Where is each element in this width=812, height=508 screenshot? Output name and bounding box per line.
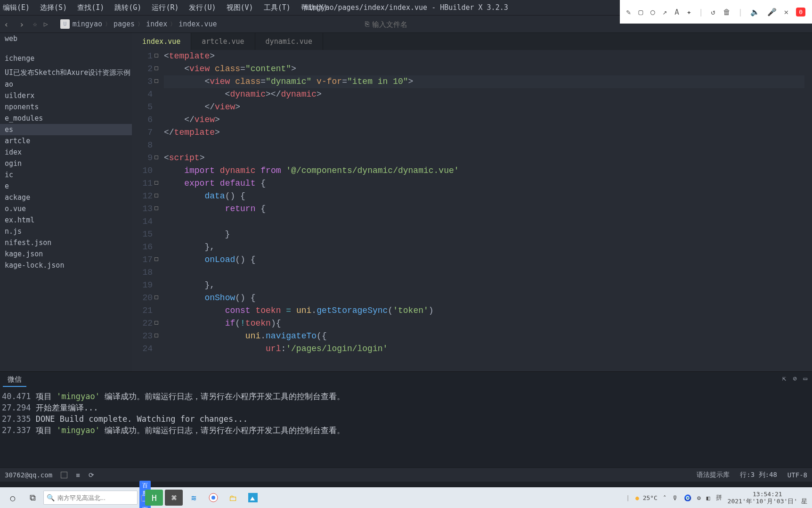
breadcrumb-segment[interactable]: mingyao bbox=[73, 20, 102, 28]
code-line[interactable]: const toekn = uni.getStorageSync('token'… bbox=[164, 304, 804, 317]
chevron-up-icon[interactable]: ˄ bbox=[663, 494, 666, 501]
editor-tab[interactable]: artcle.vue bbox=[191, 33, 255, 50]
code-line[interactable] bbox=[164, 215, 804, 228]
file-search[interactable]: ⎘ bbox=[365, 20, 438, 28]
sidebar-item[interactable]: artcle bbox=[0, 135, 132, 147]
task-view-icon[interactable]: ⧉ bbox=[24, 490, 41, 506]
circle-icon[interactable]: ◯ bbox=[650, 8, 655, 16]
sidebar-item[interactable]: web bbox=[0, 33, 132, 44]
explorer-app-icon[interactable]: 🗀 bbox=[224, 490, 242, 506]
file-search-input[interactable] bbox=[372, 20, 438, 28]
code-line[interactable]: <view class="content"> bbox=[164, 63, 804, 75]
sidebar-item[interactable]: ic bbox=[0, 169, 132, 180]
cortana-icon[interactable]: ○ bbox=[4, 490, 22, 506]
code-line[interactable]: }, bbox=[164, 279, 804, 292]
play-icon[interactable]: ▷ bbox=[44, 20, 48, 28]
editor-tab[interactable]: dynamic.vue bbox=[255, 33, 323, 50]
menu-item[interactable]: 视图(V) bbox=[227, 3, 253, 12]
weather-widget[interactable]: ● 25°C bbox=[635, 494, 658, 501]
sidebar-item[interactable]: o.vue bbox=[0, 203, 132, 214]
code-line[interactable]: <template> bbox=[164, 50, 804, 63]
sidebar-item[interactable]: n.js bbox=[0, 226, 132, 237]
code-line[interactable]: url:'/pages/login/login' bbox=[164, 343, 804, 355]
sidebar-item[interactable]: ackage bbox=[0, 192, 132, 203]
code-line[interactable]: if(!toekn){ bbox=[164, 317, 804, 330]
vscode-app-icon[interactable]: ≋ bbox=[185, 490, 203, 506]
sidebar-item[interactable]: ichenge bbox=[0, 53, 132, 64]
text-icon[interactable]: A bbox=[674, 8, 679, 16]
clear-icon[interactable]: ⊘ bbox=[793, 375, 796, 382]
sidebar-item[interactable]: ogin bbox=[0, 158, 132, 169]
close-icon[interactable]: ✕ bbox=[784, 8, 789, 16]
speaker-icon[interactable]: 🔈 bbox=[750, 8, 760, 16]
code-editor[interactable]: 123456789101112131415161718192021222324 … bbox=[132, 50, 812, 371]
tray-app-icon[interactable]: ◧ bbox=[706, 494, 710, 501]
status-icon[interactable]: ⟳ bbox=[89, 471, 94, 479]
square-icon[interactable]: ▢ bbox=[638, 8, 643, 16]
record-badge[interactable]: 0 bbox=[796, 8, 805, 16]
sidebar-item[interactable]: es bbox=[0, 124, 132, 135]
sparkle-icon[interactable]: ✦ bbox=[687, 8, 691, 16]
taskbar-search[interactable]: 🔍 百度一下 bbox=[43, 491, 138, 505]
chrome-app-icon[interactable] bbox=[204, 490, 222, 506]
menu-item[interactable]: 选择(S) bbox=[40, 3, 67, 12]
tray-mic-icon[interactable]: 🎙 bbox=[672, 494, 678, 501]
sidebar-item[interactable]: UI已发布Sketch和Axure设计资源示例 bbox=[0, 67, 132, 79]
undo-icon[interactable]: ↺ bbox=[711, 8, 715, 16]
sidebar-item[interactable]: e_modules bbox=[0, 113, 132, 124]
code-line[interactable]: import dynamic from '@/components/dynami… bbox=[164, 164, 804, 177]
code-line[interactable]: onLoad() { bbox=[164, 254, 804, 266]
arrow-icon[interactable]: ↗ bbox=[663, 8, 667, 16]
breadcrumb-segment[interactable]: index.vue bbox=[179, 20, 217, 28]
photos-app-icon[interactable] bbox=[244, 490, 262, 506]
collapse-icon[interactable]: ▭ bbox=[804, 375, 807, 382]
menu-item[interactable]: 查找(I) bbox=[77, 3, 104, 12]
code-line[interactable]: <dynamic></dynamic> bbox=[164, 88, 804, 101]
forward-icon[interactable]: › bbox=[17, 19, 26, 29]
code-line[interactable]: onShow() { bbox=[164, 292, 804, 304]
sidebar-item[interactable]: kage-lock.json bbox=[0, 260, 132, 271]
code-line[interactable] bbox=[164, 266, 804, 279]
sidebar-item[interactable]: ao bbox=[0, 79, 132, 90]
tray-app-icon[interactable]: ⚙ bbox=[697, 494, 701, 501]
tray-ime-icon[interactable]: 拼 bbox=[716, 493, 722, 502]
menu-item[interactable]: 工具(T) bbox=[264, 3, 291, 12]
taskbar-search-input[interactable] bbox=[57, 494, 137, 501]
code-line[interactable]: </template> bbox=[164, 126, 804, 139]
code-line[interactable]: export default { bbox=[164, 177, 804, 190]
code-line[interactable]: return { bbox=[164, 203, 804, 215]
sidebar-item[interactable]: idex bbox=[0, 147, 132, 158]
sidebar-item[interactable]: nifest.json bbox=[0, 237, 132, 248]
code-line[interactable]: </view> bbox=[164, 114, 804, 126]
mic-icon[interactable]: 🎤 bbox=[767, 8, 777, 16]
menu-item[interactable]: 跳转(G) bbox=[114, 3, 141, 12]
status-icon[interactable]: ≡ bbox=[76, 471, 80, 479]
breadcrumb-segment[interactable]: index bbox=[146, 20, 167, 28]
file-explorer[interactable]: webichengeUI已发布Sketch和Axure设计资源示例aouilde… bbox=[0, 33, 132, 371]
hbuilder-app-icon[interactable]: H bbox=[145, 490, 163, 506]
breadcrumb-segment[interactable]: pages bbox=[114, 20, 135, 28]
star-icon[interactable]: ☆ bbox=[33, 20, 37, 28]
sidebar-item[interactable]: e bbox=[0, 180, 132, 192]
status-encoding[interactable]: UTF-8 bbox=[788, 471, 807, 479]
trash-icon[interactable]: 🗑 bbox=[723, 8, 731, 16]
code-line[interactable]: uni.navigateTo({ bbox=[164, 330, 804, 343]
sidebar-item[interactable]: nponents bbox=[0, 101, 132, 113]
code-line[interactable]: }, bbox=[164, 241, 804, 254]
taskbar-clock[interactable]: 13:54:21 2021'年'10'月'03'日' 星 bbox=[728, 491, 807, 505]
sidebar-item[interactable]: uilderx bbox=[0, 90, 132, 101]
terminal-app-icon[interactable]: ⌘ bbox=[165, 490, 183, 506]
menu-item[interactable]: 发行(U) bbox=[189, 3, 216, 12]
status-syntax[interactable]: 语法提示库 bbox=[697, 471, 730, 479]
code-line[interactable]: </view> bbox=[164, 101, 804, 114]
code-line[interactable]: <script> bbox=[164, 152, 804, 164]
code-line[interactable]: data() { bbox=[164, 190, 804, 203]
status-icon[interactable] bbox=[61, 472, 67, 478]
editor-tab[interactable]: index.vue bbox=[132, 33, 191, 50]
menu-item[interactable]: 运行(R) bbox=[152, 3, 179, 12]
menu-item[interactable]: 编辑(E) bbox=[3, 3, 30, 12]
code-line[interactable] bbox=[164, 139, 804, 152]
code-line[interactable]: } bbox=[164, 228, 804, 241]
back-icon[interactable]: ‹ bbox=[2, 19, 11, 29]
pencil-icon[interactable]: ✎ bbox=[626, 8, 631, 16]
